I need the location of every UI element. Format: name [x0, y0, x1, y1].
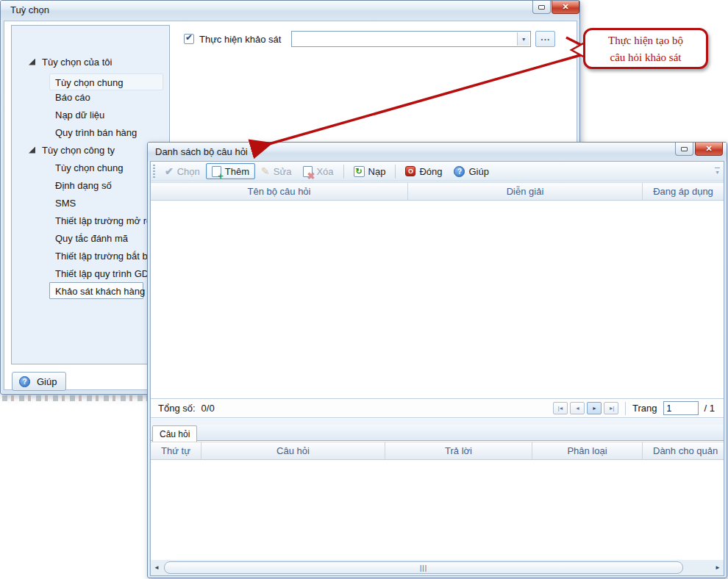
total-label: Tổng số:: [158, 403, 196, 414]
reload-button[interactable]: ↻ Nạp: [348, 163, 392, 179]
select-button[interactable]: ✔ Chọn: [159, 163, 206, 179]
survey-option-row: ✔ Thực hiện khảo sát ▼ ...: [184, 31, 555, 47]
options-help-button[interactable]: ? Giúp: [12, 372, 66, 391]
refresh-icon: ↻: [354, 166, 365, 177]
survey-combobox[interactable]: ▼: [291, 31, 531, 47]
toolbar-separator: [343, 165, 344, 179]
panel-gap: [151, 419, 724, 425]
close-icon: ✕: [562, 2, 568, 12]
tree-item-general-options-company[interactable]: Tùy chọn chung: [55, 159, 124, 176]
pencil-icon: ✎: [261, 165, 270, 177]
tree-item-my-options[interactable]: Tùy chọn của tôi: [29, 53, 112, 71]
column-header-for-admin[interactable]: Dành cho quản: [643, 442, 724, 459]
options-tree: Tùy chọn của tôi Tùy chọn chung Báo cáo …: [11, 25, 170, 364]
column-header-name[interactable]: Tên bộ câu hỏi: [151, 183, 408, 200]
detail-tabstrip: Câu hỏi: [151, 425, 724, 441]
question-grid-header: Thứ tự Câu hỏi Trả lời Phân loại Dành ch…: [151, 442, 724, 460]
page-number-input[interactable]: [663, 401, 699, 415]
combo-dropdown-button[interactable]: ▼: [517, 32, 529, 46]
column-header-answer[interactable]: Trả lời: [385, 442, 532, 459]
pager: |◄ ◄ ► ►|: [553, 402, 618, 414]
scrollbar-thumb[interactable]: |||: [164, 561, 683, 574]
tree-item-sms[interactable]: SMS: [55, 194, 76, 212]
tab-questions[interactable]: Câu hỏi: [152, 425, 197, 442]
dialog-close-button[interactable]: ✕: [695, 143, 723, 156]
tree-item-customer-survey[interactable]: Khảo sát khách hàng: [55, 282, 145, 300]
survey-checkbox[interactable]: ✔: [184, 34, 194, 44]
tree-item-extended-fields[interactable]: Thiết lập trường mở rộ: [55, 212, 151, 229]
next-page-button[interactable]: ►: [587, 402, 602, 414]
question-grid-body[interactable]: [151, 461, 724, 560]
scroll-right-button[interactable]: ►: [712, 561, 724, 575]
tree-item-company-options[interactable]: Tùy chọn công ty: [29, 141, 115, 159]
minimize-icon: [681, 147, 688, 151]
options-window-titlebar[interactable]: Tuỳ chọn: [1, 1, 579, 20]
pager-separator: [625, 402, 626, 415]
browse-question-sets-button[interactable]: ...: [535, 31, 555, 47]
tree-item-import-data[interactable]: Nạp dữ liệu: [55, 106, 104, 123]
total-value: 0/0: [201, 403, 215, 414]
prev-page-button[interactable]: ◄: [570, 402, 585, 414]
help-button[interactable]: ? Giúp: [448, 163, 494, 179]
page-total: / 1: [704, 403, 715, 414]
column-header-description[interactable]: Diễn giải: [408, 183, 643, 200]
callout-line2: câu hỏi khảo sát: [585, 49, 706, 66]
delete-button[interactable]: ✖ Xóa: [297, 163, 339, 179]
tree-item-transaction-process[interactable]: Thiết lập quy trình GD: [55, 265, 149, 282]
options-window-title: Tuỳ chọn: [10, 4, 49, 15]
survey-checkbox-label[interactable]: Thực hiện khảo sát: [199, 34, 281, 45]
question-set-grid-body[interactable]: [151, 201, 724, 398]
dialog-titlebar[interactable]: Danh sách bộ câu hỏi: [148, 143, 727, 162]
annotation-callout: Thực hiện tạo bộ câu hỏi khảo sát: [583, 28, 708, 69]
column-header-applying[interactable]: Đang áp dụng: [643, 183, 724, 200]
page-label: Trang: [632, 403, 657, 414]
checkmark-icon: ✔: [165, 165, 174, 177]
dialog-minimize-button[interactable]: [675, 143, 693, 156]
callout-line1: Thực hiện tạo bộ: [585, 32, 706, 49]
first-page-button[interactable]: |◄: [553, 402, 568, 414]
dialog-title: Danh sách bộ câu hỏi: [155, 146, 248, 157]
column-header-category[interactable]: Phân loại: [532, 442, 643, 459]
add-button[interactable]: + Thêm: [206, 163, 255, 179]
edit-button[interactable]: ✎ Sửa: [255, 163, 297, 179]
options-close-button[interactable]: ✕: [552, 1, 579, 14]
tree-item-sales-process[interactable]: Quy trình bán hàng: [55, 123, 137, 141]
tree-item-required-fields[interactable]: Thiết lập trường bắt bu: [55, 247, 153, 265]
toolbar-grip-handle[interactable]: [153, 165, 155, 178]
help-icon: ?: [454, 166, 465, 177]
dialog-body: ✔ Chọn + Thêm ✎ Sửa ✖ Xóa ↻ N: [150, 161, 724, 576]
help-icon: ?: [19, 376, 30, 387]
close-dialog-button[interactable]: O Đóng: [399, 163, 448, 179]
scroll-left-button[interactable]: ◄: [151, 561, 163, 575]
toolbar-separator: [395, 165, 396, 179]
checkmark-icon: ✔: [185, 32, 193, 43]
toolbar-overflow-button[interactable]: ▾: [713, 163, 722, 179]
status-bar: Tổng số: 0/0 |◄ ◄ ► ►| Trang / 1: [151, 398, 724, 418]
add-document-icon: +: [212, 166, 221, 177]
thumb-grip-icon: |||: [420, 564, 427, 572]
screen: Tuỳ chọn ✕ Tùy chọn của tôi Tùy chọn chu…: [0, 0, 728, 579]
minimize-icon: [538, 5, 545, 10]
dialog-toolbar: ✔ Chọn + Thêm ✎ Sửa ✖ Xóa ↻ N: [151, 162, 724, 181]
question-set-dialog: Danh sách bộ câu hỏi ✕ ✔ Chọn + Thêm: [147, 142, 727, 578]
question-set-grid-header: Tên bộ câu hỏi Diễn giải Đang áp dụng: [151, 182, 724, 201]
chevron-down-icon: ▾: [715, 169, 718, 176]
column-header-question[interactable]: Câu hỏi: [201, 442, 385, 459]
chevron-down-icon: ▼: [521, 37, 527, 42]
tree-item-code-rules[interactable]: Quy tắc đánh mã: [55, 229, 128, 247]
column-header-order[interactable]: Thứ tự: [151, 442, 201, 459]
power-close-icon: O: [405, 166, 415, 176]
horizontal-scrollbar: ◄ ||| ►: [151, 560, 724, 575]
tree-item-reports[interactable]: Báo cáo: [55, 88, 90, 106]
last-page-button[interactable]: ►|: [604, 402, 618, 414]
close-icon: ✕: [705, 144, 712, 154]
expand-triangle-icon[interactable]: [29, 147, 35, 154]
tree-item-number-format[interactable]: Định dạng số: [55, 176, 112, 194]
delete-document-icon: ✖: [303, 166, 313, 177]
options-minimize-button[interactable]: [532, 1, 551, 14]
expand-triangle-icon[interactable]: [29, 59, 35, 65]
